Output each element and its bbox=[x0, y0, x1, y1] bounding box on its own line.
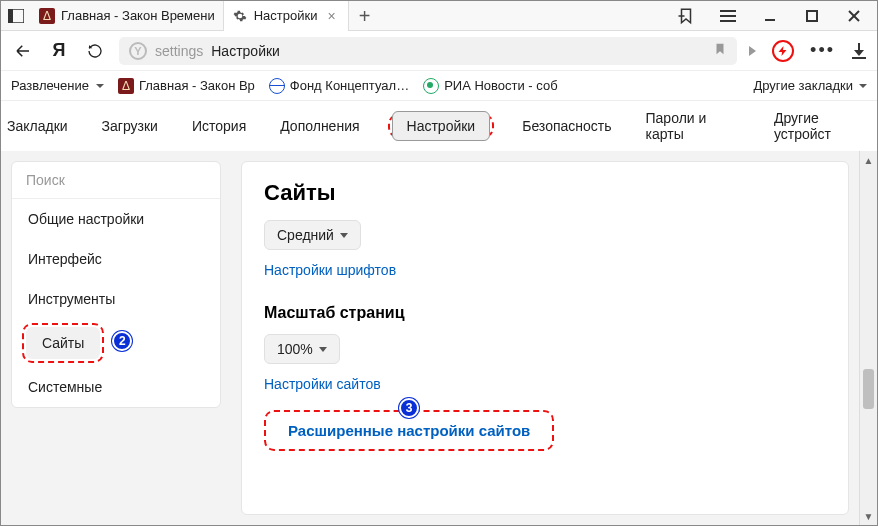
tab-title: Главная - Закон Времени bbox=[61, 8, 215, 23]
favicon-ria-icon bbox=[423, 78, 439, 94]
site-identity-icon: Y bbox=[129, 42, 147, 60]
yandex-logo-button[interactable]: Я bbox=[47, 39, 71, 63]
favicon-law-icon: Δ bbox=[39, 8, 55, 24]
nav-triangle-icon[interactable] bbox=[749, 46, 756, 56]
new-tab-button[interactable]: + bbox=[349, 6, 381, 26]
chevron-down-icon bbox=[319, 347, 327, 352]
scroll-thumb[interactable] bbox=[863, 369, 874, 409]
font-size-select[interactable]: Средний bbox=[264, 220, 361, 250]
tab-downloads[interactable]: Загрузки bbox=[96, 114, 164, 138]
minimize-button[interactable] bbox=[757, 3, 783, 29]
bookmark-open-icon[interactable] bbox=[673, 3, 699, 29]
downloads-icon[interactable] bbox=[851, 43, 867, 59]
dropdown-icon bbox=[96, 84, 104, 88]
sidebar-item-sites[interactable]: Сайты bbox=[26, 327, 100, 359]
tab-main[interactable]: Δ Главная - Закон Времени bbox=[31, 1, 224, 31]
favicon-law-icon: Δ bbox=[118, 78, 134, 94]
settings-search-input[interactable]: Поиск bbox=[12, 162, 220, 199]
settings-main-panel: Сайты Средний Настройки шрифтов Масштаб … bbox=[231, 151, 859, 525]
font-settings-link[interactable]: Настройки шрифтов bbox=[264, 262, 826, 278]
svg-rect-1 bbox=[8, 9, 13, 23]
scrollbar[interactable]: ▲ ▼ bbox=[859, 151, 877, 525]
maximize-button[interactable] bbox=[799, 3, 825, 29]
sidebar-item-general[interactable]: Общие настройки bbox=[12, 199, 220, 239]
scroll-up-icon[interactable]: ▲ bbox=[860, 151, 877, 169]
bookmark-item[interactable]: Фонд Концептуал… bbox=[269, 78, 409, 94]
more-menu-icon[interactable]: ••• bbox=[810, 40, 835, 61]
site-settings-link[interactable]: Настройки сайтов bbox=[264, 376, 826, 392]
back-button[interactable] bbox=[11, 39, 35, 63]
sidebar-toggle-icon[interactable] bbox=[1, 9, 31, 23]
dropdown-icon bbox=[859, 84, 867, 88]
annotation-badge-2: 2 bbox=[112, 331, 132, 351]
tab-history[interactable]: История bbox=[186, 114, 252, 138]
tab-other-devices[interactable]: Другие устройст bbox=[768, 106, 877, 146]
bookmark-item[interactable]: Δ Главная - Закон Вр bbox=[118, 78, 255, 94]
settings-content: Поиск Общие настройки Интерфейс Инструме… bbox=[1, 151, 877, 525]
scroll-down-icon[interactable]: ▼ bbox=[860, 507, 877, 525]
titlebar: Δ Главная - Закон Времени Настройки × + bbox=[1, 1, 877, 31]
address-bar: Я Y settings Настройки ••• bbox=[1, 31, 877, 71]
settings-nav-tabs: Закладки Загрузки История Дополнения Нас… bbox=[1, 101, 877, 151]
bookmark-page-icon[interactable] bbox=[713, 41, 727, 60]
sidebar-item-system[interactable]: Системные bbox=[12, 367, 220, 407]
menu-icon[interactable] bbox=[715, 3, 741, 29]
bookmark-folder[interactable]: Развлечение bbox=[11, 78, 104, 93]
svg-rect-6 bbox=[807, 11, 817, 21]
tab-passwords[interactable]: Пароли и карты bbox=[640, 106, 746, 146]
section-heading: Сайты bbox=[264, 180, 826, 206]
tab-settings[interactable]: Настройки × bbox=[224, 1, 349, 31]
reload-button[interactable] bbox=[83, 39, 107, 63]
tab-security[interactable]: Безопасность bbox=[516, 114, 617, 138]
zoom-select[interactable]: 100% bbox=[264, 334, 340, 364]
tab-close-icon[interactable]: × bbox=[323, 8, 339, 24]
sidebar-item-interface[interactable]: Интерфейс bbox=[12, 239, 220, 279]
close-window-button[interactable] bbox=[841, 3, 867, 29]
protect-icon[interactable] bbox=[772, 40, 794, 62]
tab-title: Настройки bbox=[254, 8, 318, 23]
url-path: settings bbox=[155, 43, 203, 59]
bookmarks-bar: Развлечение Δ Главная - Закон Вр Фонд Ко… bbox=[1, 71, 877, 101]
favicon-settings-icon bbox=[232, 8, 248, 24]
other-bookmarks[interactable]: Другие закладки bbox=[753, 78, 867, 93]
tab-settings-active[interactable]: Настройки bbox=[392, 111, 491, 141]
zoom-heading: Масштаб страниц bbox=[264, 304, 826, 322]
favicon-globe-icon bbox=[269, 78, 285, 94]
annotation-badge-3: 3 bbox=[399, 398, 419, 418]
tab-addons[interactable]: Дополнения bbox=[274, 114, 365, 138]
bookmark-item[interactable]: РИА Новости - соб bbox=[423, 78, 558, 94]
url-input[interactable]: Y settings Настройки bbox=[119, 37, 737, 65]
advanced-site-settings-link[interactable]: Расширенные настройки сайтов bbox=[288, 422, 530, 439]
sidebar-item-tools[interactable]: Инструменты bbox=[12, 279, 220, 319]
url-page-title: Настройки bbox=[211, 43, 280, 59]
chevron-down-icon bbox=[340, 233, 348, 238]
tab-bookmarks[interactable]: Закладки bbox=[1, 114, 74, 138]
scroll-track[interactable] bbox=[860, 169, 877, 507]
settings-sidebar: Поиск Общие настройки Интерфейс Инструме… bbox=[1, 151, 231, 525]
